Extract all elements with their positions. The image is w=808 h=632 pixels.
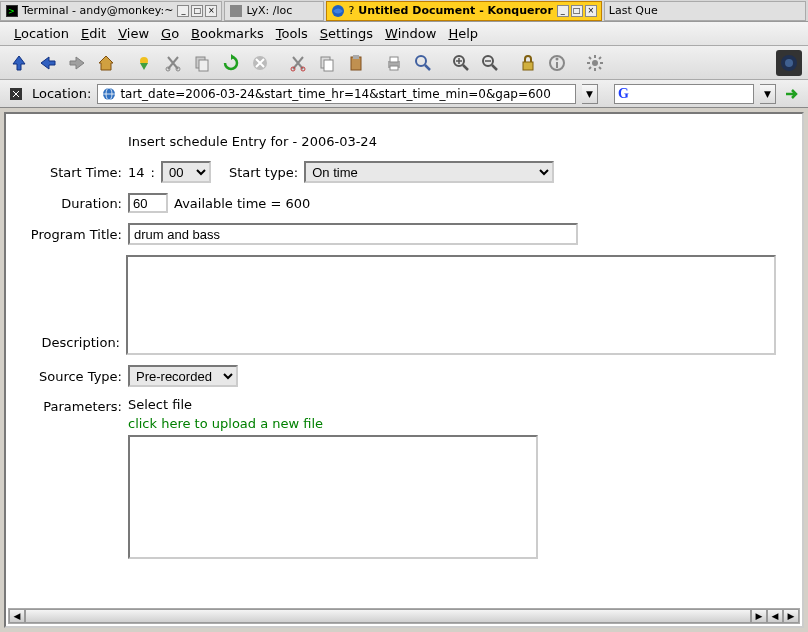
menu-window[interactable]: Window (379, 24, 442, 43)
min-icon[interactable]: _ (177, 5, 189, 17)
security-button[interactable] (515, 50, 541, 76)
lyx-icon (229, 4, 243, 18)
help-icon: ? (348, 4, 354, 17)
close-icon[interactable]: × (585, 5, 597, 17)
home-button[interactable] (93, 50, 119, 76)
start-time-minute-select[interactable]: 00 (161, 161, 211, 183)
menu-bookmarks[interactable]: Bookmarks (185, 24, 270, 43)
svg-point-43 (785, 59, 793, 67)
program-title-input[interactable] (128, 223, 578, 245)
svg-line-39 (599, 67, 601, 69)
location-label: Location: (32, 86, 91, 101)
find-button[interactable] (410, 50, 436, 76)
max-icon[interactable]: □ (571, 5, 583, 17)
reload-button[interactable] (218, 50, 244, 76)
copy-edit-button[interactable] (314, 50, 340, 76)
taskbar-item-konqueror[interactable]: ? Untitled Document - Konqueror _□× (326, 1, 601, 21)
scroll-track[interactable] (25, 609, 751, 623)
bookmark-add-button[interactable] (131, 50, 157, 76)
horizontal-scrollbar[interactable]: ◀ ▶ ◀ ▶ (8, 608, 800, 624)
svg-point-33 (592, 60, 598, 66)
svg-text:>: > (8, 7, 15, 16)
taskbar-label: Untitled Document - Konqueror (358, 4, 553, 17)
description-textarea[interactable] (126, 255, 776, 355)
info-button[interactable] (544, 50, 570, 76)
duration-input[interactable] (128, 193, 168, 213)
viewport: Insert schedule Entry for - 2006-03-24 S… (4, 112, 804, 628)
location-input[interactable]: tart_date=2006-03-24&start_time_hr=14&st… (97, 84, 576, 104)
settings-button[interactable] (582, 50, 608, 76)
description-label: Description: (16, 255, 126, 350)
google-icon: G (618, 86, 629, 102)
svg-line-38 (589, 57, 591, 59)
start-type-label: Start type: (229, 165, 298, 180)
back-button[interactable] (35, 50, 61, 76)
close-icon[interactable]: × (205, 5, 217, 17)
taskbar-label: Last Que (609, 4, 658, 17)
min-icon[interactable]: _ (557, 5, 569, 17)
file-select-listbox[interactable] (128, 435, 538, 559)
go-button[interactable] (782, 84, 802, 104)
zoom-in-button[interactable] (448, 50, 474, 76)
max-icon[interactable]: □ (191, 5, 203, 17)
copy-button[interactable] (189, 50, 215, 76)
menu-edit[interactable]: Edit (75, 24, 112, 43)
menu-help[interactable]: Help (442, 24, 484, 43)
svg-rect-16 (353, 55, 359, 59)
menu-view[interactable]: View (112, 24, 155, 43)
select-file-label: Select file (128, 397, 192, 412)
taskbar-label: Terminal - andy@monkey:~ (22, 4, 173, 17)
taskbar-item-other[interactable]: Last Que (604, 1, 806, 21)
source-type-select[interactable]: Pre-recorded (128, 365, 238, 387)
content-frame: Insert schedule Entry for - 2006-03-24 S… (0, 108, 808, 632)
svg-point-20 (416, 56, 426, 66)
start-time-hour: 14 (128, 165, 145, 180)
location-bar: Location: tart_date=2006-03-24&start_tim… (0, 80, 808, 108)
cut-button[interactable] (160, 50, 186, 76)
paste-button[interactable] (343, 50, 369, 76)
upload-new-file-link[interactable]: click here to upload a new file (128, 416, 323, 431)
taskbar-label: LyX: /loc (246, 4, 292, 17)
main-toolbar (0, 46, 808, 80)
desktop-taskbar: > Terminal - andy@monkey:~ _□× LyX: /loc… (0, 0, 808, 22)
taskbar-item-terminal[interactable]: > Terminal - andy@monkey:~ _□× (0, 1, 222, 21)
search-input[interactable]: G (614, 84, 754, 104)
svg-rect-32 (556, 62, 558, 68)
scroll-left2-button[interactable]: ◀ (767, 609, 783, 623)
menu-location[interactable]: Location (8, 24, 75, 43)
menu-go[interactable]: Go (155, 24, 185, 43)
svg-rect-29 (523, 62, 533, 70)
scroll-right2-button[interactable]: ▶ (783, 609, 799, 623)
menu-bar: Location Edit View Go Bookmarks Tools Se… (0, 22, 808, 46)
parameters-label: Parameters: (16, 397, 128, 414)
up-button[interactable] (6, 50, 32, 76)
svg-line-27 (492, 65, 497, 70)
start-type-select[interactable]: On time (304, 161, 554, 183)
terminal-icon: > (5, 4, 19, 18)
stop-button[interactable] (247, 50, 273, 76)
svg-rect-3 (230, 5, 242, 17)
scroll-left-button[interactable]: ◀ (9, 609, 25, 623)
forward-button[interactable] (64, 50, 90, 76)
scroll-right-button[interactable]: ▶ (751, 609, 767, 623)
duration-label: Duration: (16, 196, 128, 211)
taskbar-item-lyx[interactable]: LyX: /loc (224, 1, 324, 21)
svg-rect-18 (390, 57, 398, 62)
location-text: tart_date=2006-03-24&start_time_hr=14&st… (120, 87, 550, 101)
menu-tools[interactable]: Tools (270, 24, 314, 43)
location-dropdown-button[interactable]: ▼ (582, 84, 598, 104)
svg-line-40 (599, 57, 601, 59)
clear-location-button[interactable] (6, 84, 26, 104)
search-engine-dropdown[interactable]: ▼ (760, 84, 776, 104)
zoom-out-button[interactable] (477, 50, 503, 76)
menu-settings[interactable]: Settings (314, 24, 379, 43)
scroll-thumb[interactable] (25, 609, 751, 623)
page-favicon-icon (101, 86, 117, 102)
svg-rect-9 (199, 60, 208, 71)
program-title-label: Program Title: (16, 227, 128, 242)
cut-edit-button[interactable] (285, 50, 311, 76)
page-heading: Insert schedule Entry for - 2006-03-24 (128, 134, 776, 149)
page-body: Insert schedule Entry for - 2006-03-24 S… (6, 114, 786, 608)
svg-line-23 (463, 65, 468, 70)
print-button[interactable] (381, 50, 407, 76)
